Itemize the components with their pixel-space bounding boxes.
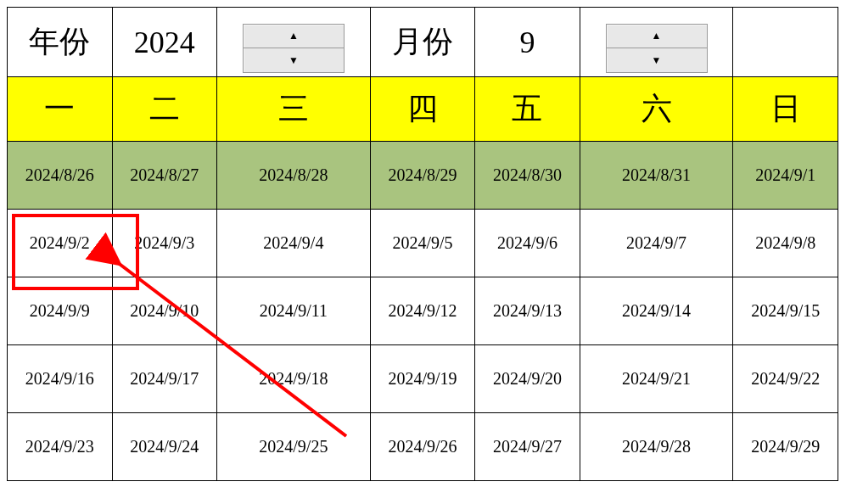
month-label: 月份 [370, 8, 475, 77]
month-spinner-cell: ▲ ▼ [580, 8, 733, 77]
date-cell[interactable]: 2024/9/5 [370, 210, 475, 277]
month-value: 9 [475, 8, 580, 77]
month-up-button[interactable]: ▲ [607, 25, 707, 49]
date-cell[interactable]: 2024/9/1 [733, 142, 838, 210]
calendar-wrapper: 年份 2024 ▲ ▼ 月份 9 ▲ ▼ [7, 7, 838, 481]
date-cell[interactable]: 2024/9/16 [8, 345, 113, 413]
date-cell[interactable]: 2024/9/17 [112, 345, 217, 413]
table-row: 2024/9/9 2024/9/10 2024/9/11 2024/9/12 2… [8, 277, 838, 345]
year-label: 年份 [8, 8, 113, 77]
date-cell[interactable]: 2024/8/30 [475, 142, 580, 210]
date-cell[interactable]: 2024/9/9 [8, 277, 113, 345]
date-cell[interactable]: 2024/9/12 [370, 277, 475, 345]
weekday-sun: 日 [733, 77, 838, 142]
date-cell[interactable]: 2024/9/29 [733, 413, 838, 481]
triangle-down-icon: ▼ [289, 54, 299, 67]
weekday-tue: 二 [112, 77, 217, 142]
date-cell[interactable]: 2024/9/13 [475, 277, 580, 345]
date-cell[interactable]: 2024/9/7 [580, 210, 733, 277]
date-cell[interactable]: 2024/8/28 [217, 142, 371, 210]
weekday-thu: 四 [370, 77, 475, 142]
triangle-down-icon: ▼ [652, 54, 662, 67]
year-down-button[interactable]: ▼ [244, 48, 344, 72]
date-cell[interactable]: 2024/9/8 [733, 210, 838, 277]
date-cell[interactable]: 2024/8/27 [112, 142, 217, 210]
weekday-fri: 五 [475, 77, 580, 142]
table-row: 2024/9/2 2024/9/3 2024/9/4 2024/9/5 2024… [8, 210, 838, 277]
table-row: 2024/8/26 2024/8/27 2024/8/28 2024/8/29 … [8, 142, 838, 210]
date-cell[interactable]: 2024/9/11 [217, 277, 371, 345]
date-cell[interactable]: 2024/9/15 [733, 277, 838, 345]
date-cell[interactable]: 2024/9/14 [580, 277, 733, 345]
triangle-up-icon: ▲ [289, 30, 299, 42]
date-cell[interactable]: 2024/8/29 [370, 142, 475, 210]
year-up-button[interactable]: ▲ [244, 25, 344, 49]
weekday-mon: 一 [8, 77, 113, 142]
table-row: 2024/9/23 2024/9/24 2024/9/25 2024/9/26 … [8, 413, 838, 481]
date-cell[interactable]: 2024/9/18 [217, 345, 371, 413]
calendar-table: 年份 2024 ▲ ▼ 月份 9 ▲ ▼ [7, 7, 838, 481]
date-cell[interactable]: 2024/9/22 [733, 345, 838, 413]
date-cell[interactable]: 2024/9/28 [580, 413, 733, 481]
date-cell[interactable]: 2024/9/25 [217, 413, 371, 481]
date-cell[interactable]: 2024/9/2 [8, 210, 113, 277]
date-cell[interactable]: 2024/9/19 [370, 345, 475, 413]
triangle-up-icon: ▲ [652, 30, 662, 42]
month-spinner[interactable]: ▲ ▼ [606, 24, 708, 73]
date-cell[interactable]: 2024/9/10 [112, 277, 217, 345]
date-cell[interactable]: 2024/9/3 [112, 210, 217, 277]
date-cell[interactable]: 2024/9/6 [475, 210, 580, 277]
year-spinner[interactable]: ▲ ▼ [243, 24, 345, 73]
weekday-wed: 三 [217, 77, 371, 142]
weekday-row: 一 二 三 四 五 六 日 [8, 77, 838, 142]
date-cell[interactable]: 2024/9/20 [475, 345, 580, 413]
year-spinner-cell: ▲ ▼ [217, 8, 371, 77]
header-empty [733, 8, 838, 77]
date-cell[interactable]: 2024/8/31 [580, 142, 733, 210]
date-cell[interactable]: 2024/9/26 [370, 413, 475, 481]
weekday-sat: 六 [580, 77, 733, 142]
header-row: 年份 2024 ▲ ▼ 月份 9 ▲ ▼ [8, 8, 838, 77]
date-cell[interactable]: 2024/9/21 [580, 345, 733, 413]
month-down-button[interactable]: ▼ [607, 48, 707, 72]
date-cell[interactable]: 2024/9/4 [217, 210, 371, 277]
date-cell[interactable]: 2024/9/24 [112, 413, 217, 481]
year-value: 2024 [112, 8, 217, 77]
date-cell[interactable]: 2024/9/23 [8, 413, 113, 481]
date-cell[interactable]: 2024/8/26 [8, 142, 113, 210]
table-row: 2024/9/16 2024/9/17 2024/9/18 2024/9/19 … [8, 345, 838, 413]
date-cell[interactable]: 2024/9/27 [475, 413, 580, 481]
